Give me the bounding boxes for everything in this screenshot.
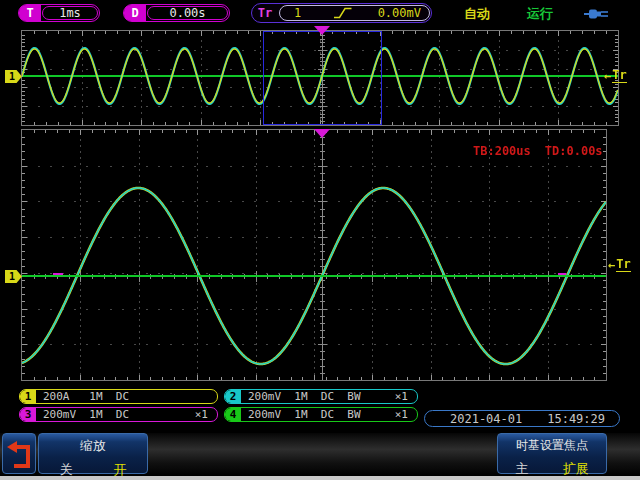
zoom-td-value: TD:0.00s bbox=[545, 144, 603, 158]
zoom-waveform-window bbox=[21, 129, 607, 381]
channel1-settings: 200A 1M DC bbox=[36, 390, 129, 403]
channel3-settings: 200mV 1M DC bbox=[36, 408, 129, 421]
trigger-readout: Tr 1 0.00mV bbox=[251, 3, 432, 23]
delay-value: 0.00s bbox=[147, 6, 228, 20]
zoom-window-box[interactable] bbox=[263, 31, 382, 125]
channel1-position-marker-zoom[interactable]: 1 bbox=[5, 270, 22, 283]
softkey-menu-bar: 缩放 关 开 时基设置焦点 主 扩展 bbox=[0, 433, 640, 476]
channel2-info-box[interactable]: 2 200mV 1M DC BW ×1 bbox=[224, 389, 418, 404]
channel2-settings: 200mV 1M DC BW bbox=[241, 390, 361, 403]
oscilloscope-screen: T 1ms D 0.00s Tr 1 0.00mV 自动 运行 bbox=[0, 0, 640, 480]
channel2-probe-mult: ×1 bbox=[395, 390, 417, 403]
delay-readout: D 0.00s bbox=[123, 4, 230, 22]
trigger-position-marker-overview[interactable] bbox=[314, 26, 330, 35]
trigger-level-marker-overview[interactable]: ← Tr bbox=[604, 68, 627, 83]
delay-label: D bbox=[124, 5, 146, 21]
channel1-badge: 1 bbox=[20, 390, 36, 403]
channel1-info-box[interactable]: 1 200A 1M DC bbox=[19, 389, 218, 404]
usb-plug-icon bbox=[584, 6, 610, 25]
acquisition-mode-indicator: 自动 bbox=[464, 5, 490, 23]
run-state-indicator: 运行 bbox=[527, 5, 553, 23]
back-button[interactable] bbox=[2, 433, 36, 474]
zoom-tb-value: TB:200us bbox=[473, 144, 531, 158]
left-arrow-icon: ← bbox=[608, 258, 615, 272]
rising-edge-icon bbox=[333, 6, 353, 20]
channel1-position-marker-overview[interactable]: 1 bbox=[5, 70, 22, 83]
channel2-badge: 2 bbox=[225, 390, 241, 403]
trigger-level-marker-text: Tr bbox=[616, 257, 630, 272]
return-arrow-icon bbox=[3, 438, 35, 470]
timebase-readout: T 1ms bbox=[18, 4, 100, 22]
trigger-label: Tr bbox=[252, 4, 278, 22]
channel4-probe-mult: ×1 bbox=[395, 408, 417, 421]
timebase-value: 1ms bbox=[42, 6, 98, 20]
channel3-info-box[interactable]: 3 200mV 1M DC ×1 bbox=[19, 407, 218, 422]
date-value: 2021-04-01 bbox=[450, 412, 522, 426]
screen-bottom-strip bbox=[0, 476, 640, 480]
trigger-source: 1 bbox=[294, 6, 301, 20]
channel4-badge: 4 bbox=[225, 408, 241, 421]
zoom-timebase-readout: TB:200us TD:0.00s bbox=[473, 144, 603, 158]
timebase-focus-title: 时基设置焦点 bbox=[498, 437, 606, 454]
zoom-menu-title: 缩放 bbox=[39, 437, 147, 455]
left-arrow-icon: ← bbox=[604, 69, 611, 83]
trigger-position-marker-zoom[interactable] bbox=[314, 129, 330, 138]
timebase-focus-menu-button[interactable]: 时基设置焦点 主 扩展 bbox=[497, 433, 607, 474]
trigger-level: 0.00mV bbox=[378, 6, 421, 20]
channel3-badge: 3 bbox=[20, 408, 36, 421]
trigger-level-marker-zoom[interactable]: ← Tr bbox=[608, 257, 631, 272]
timebase-label: T bbox=[19, 5, 41, 21]
datetime-box: 2021-04-01 15:49:29 bbox=[424, 410, 620, 427]
channel4-settings: 200mV 1M DC BW bbox=[241, 408, 361, 421]
zoom-menu-button[interactable]: 缩放 关 开 bbox=[38, 433, 148, 474]
channel1-probe-mult bbox=[208, 390, 217, 403]
trigger-level-marker-text: Tr bbox=[612, 68, 626, 83]
zoom-waveform-canvas bbox=[22, 130, 606, 380]
channel4-info-box[interactable]: 4 200mV 1M DC BW ×1 bbox=[224, 407, 418, 422]
channel3-probe-mult: ×1 bbox=[195, 408, 217, 421]
time-value: 15:49:29 bbox=[547, 412, 605, 426]
